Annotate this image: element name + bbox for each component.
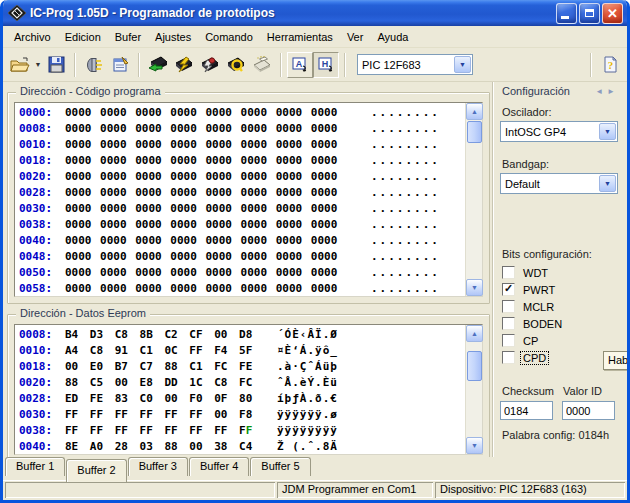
device-options-button[interactable] bbox=[107, 52, 133, 78]
code-hex-row[interactable]: 0030:0000 0000 0000 0000 0000 0000 0000 … bbox=[19, 201, 465, 217]
hex-window-icon: H bbox=[317, 56, 335, 73]
code-hex-row[interactable]: 0018:0000 0000 0000 0000 0000 0000 0000 … bbox=[19, 153, 465, 169]
checkbox-boden[interactable] bbox=[502, 317, 515, 330]
hardware-plug-icon bbox=[85, 57, 104, 73]
checkbox-cpd[interactable] bbox=[502, 351, 515, 364]
scroll-down-icon[interactable]: ▼ bbox=[466, 279, 483, 296]
window-title: IC-Prog 1.05D - Programador de prototipo… bbox=[30, 6, 556, 20]
hex-bytes: 88 C5 00 E8 DD 1C C8 FC bbox=[65, 375, 261, 391]
save-floppy-icon bbox=[48, 56, 65, 73]
ascii-view-toggle-button[interactable]: A bbox=[287, 52, 313, 78]
chevron-down-icon[interactable]: ▼ bbox=[454, 56, 471, 73]
tab-buffer-2[interactable]: Buffer 2 bbox=[66, 459, 126, 482]
eeprom-scrollbar-thumb[interactable] bbox=[467, 351, 482, 381]
menu-ver[interactable]: Ver bbox=[340, 28, 371, 46]
blank-check-button[interactable] bbox=[249, 52, 275, 78]
eeprom-hex-editor[interactable]: 0008:B4 D3 C8 8B C2 CF 00 D8´ÓÈ‹ÂÏ.Ø0010… bbox=[15, 325, 465, 454]
oscillator-select[interactable]: IntOSC GP4 ▼ bbox=[500, 121, 618, 142]
code-hex-row[interactable]: 0038:0000 0000 0000 0000 0000 0000 0000 … bbox=[19, 217, 465, 233]
menu-comando[interactable]: Comando bbox=[198, 28, 260, 46]
checksum-field[interactable] bbox=[500, 401, 553, 420]
menu-ajustes[interactable]: Ajustes bbox=[148, 28, 198, 46]
config-bit-boden[interactable]: BODEN bbox=[502, 315, 564, 332]
menu-bufer[interactable]: Bufer bbox=[108, 28, 148, 46]
eeprom-hex-row[interactable]: 0028:ED FE 83 C0 00 F0 0F 80íþƒÀ.ð.€ bbox=[19, 391, 465, 407]
minimize-button[interactable] bbox=[556, 3, 577, 24]
code-hex-row[interactable]: 0008:0000 0000 0000 0000 0000 0000 0000 … bbox=[19, 121, 465, 137]
app-logo-icon bbox=[8, 5, 26, 21]
scroll-up-icon[interactable]: ▲ bbox=[466, 325, 483, 342]
id-value-field[interactable] bbox=[562, 401, 615, 420]
eeprom-hex-row[interactable]: 0030:FF FF FF FF FF FF 00 F8ÿÿÿÿÿÿ.ø bbox=[19, 407, 465, 423]
code-hex-row[interactable]: 0020:0000 0000 0000 0000 0000 0000 0000 … bbox=[19, 169, 465, 185]
scroll-up-icon[interactable]: ▲ bbox=[466, 103, 483, 120]
program-all-button[interactable] bbox=[171, 52, 197, 78]
device-selector[interactable]: PIC 12F683 ▼ bbox=[357, 54, 473, 75]
config-page-arrows[interactable]: ◄► bbox=[595, 87, 619, 96]
menu-edicion[interactable]: Edicion bbox=[58, 28, 108, 46]
help-button[interactable]: ? bbox=[597, 52, 623, 78]
checkbox-cp[interactable] bbox=[502, 334, 515, 347]
program-chip-icon bbox=[173, 56, 195, 73]
code-hex-row[interactable]: 0040:0000 0000 0000 0000 0000 0000 0000 … bbox=[19, 233, 465, 249]
erase-all-button[interactable] bbox=[197, 52, 223, 78]
eeprom-hex-row[interactable]: 0038:FF FF FF FF FF FF FF FFÿÿÿÿÿÿÿÿ bbox=[19, 423, 465, 439]
config-bit-cp[interactable]: CP bbox=[502, 332, 564, 349]
hex-address: 0020: bbox=[19, 375, 65, 391]
code-hex-row[interactable]: 0010:0000 0000 0000 0000 0000 0000 0000 … bbox=[19, 137, 465, 153]
config-bit-wdt[interactable]: WDT bbox=[502, 264, 564, 281]
tab-buffer-5[interactable]: Buffer 5 bbox=[250, 457, 310, 476]
checkbox-label: MCLR bbox=[521, 301, 556, 313]
code-hex-row[interactable]: 0028:0000 0000 0000 0000 0000 0000 0000 … bbox=[19, 185, 465, 201]
checkbox-mclr[interactable] bbox=[502, 300, 515, 313]
hex-ascii: ÿÿÿÿÿÿÿÿ bbox=[277, 423, 338, 439]
code-hex-row[interactable]: 0058:0000 0000 0000 0000 0000 0000 0000 … bbox=[19, 281, 465, 296]
menu-archivo[interactable]: Archivo bbox=[7, 28, 58, 46]
hex-words: 0000 0000 0000 0000 0000 0000 0000 0000 bbox=[65, 185, 337, 201]
read-all-button[interactable] bbox=[145, 52, 171, 78]
hex-ascii: ........ bbox=[371, 201, 440, 217]
code-scrollbar-thumb[interactable] bbox=[467, 121, 482, 143]
status-panel-empty bbox=[5, 482, 275, 498]
hex-bytes: ED FE 83 C0 00 F0 0F 80 bbox=[65, 391, 261, 407]
eeprom-hex-row[interactable]: 0040:8E A0 28 03 88 00 38 C4Ž (.ˆ.8Ä bbox=[19, 439, 465, 454]
hex-words: 0000 0000 0000 0000 0000 0000 0000 0000 bbox=[65, 249, 337, 265]
config-bit-mclr[interactable]: MCLR bbox=[502, 298, 564, 315]
menu-ayuda[interactable]: Ayuda bbox=[370, 28, 415, 46]
close-button[interactable]: ✕ bbox=[602, 3, 623, 24]
code-hex-row[interactable]: 0050:0000 0000 0000 0000 0000 0000 0000 … bbox=[19, 265, 465, 281]
chevron-down-icon[interactable]: ▼ bbox=[599, 123, 616, 140]
tab-buffer-4[interactable]: Buffer 4 bbox=[189, 457, 249, 476]
tab-buffer-3[interactable]: Buffer 3 bbox=[128, 457, 188, 476]
checkbox-wdt[interactable] bbox=[502, 266, 515, 279]
code-hex-row[interactable]: 0048:0000 0000 0000 0000 0000 0000 0000 … bbox=[19, 249, 465, 265]
chevron-down-icon[interactable]: ▼ bbox=[599, 175, 616, 192]
edit-cursor-nibble: F bbox=[246, 424, 253, 437]
hex-words: 0000 0000 0000 0000 0000 0000 0000 0000 bbox=[65, 105, 337, 121]
maximize-button[interactable] bbox=[579, 3, 600, 24]
hex-bytes: 00 E0 B7 C7 88 C1 FC FE bbox=[65, 359, 261, 375]
eeprom-hex-row[interactable]: 0018:00 E0 B7 C7 88 C1 FC FE.à·ÇˆÁüþ bbox=[19, 359, 465, 375]
verify-button[interactable] bbox=[223, 52, 249, 78]
open-file-button[interactable] bbox=[7, 52, 33, 78]
code-scrollbar[interactable]: ▲ ▼ bbox=[465, 103, 482, 296]
scroll-down-icon[interactable]: ▼ bbox=[466, 437, 483, 454]
config-bit-cpd[interactable]: CPD bbox=[502, 349, 564, 366]
tab-buffer-1[interactable]: Buffer 1 bbox=[5, 457, 65, 476]
status-programmer: JDM Programmer en Com1 bbox=[277, 482, 433, 498]
bandgap-select[interactable]: Default ▼ bbox=[500, 173, 618, 194]
eeprom-hex-row[interactable]: 0020:88 C5 00 E8 DD 1C C8 FCˆÅ.èÝ.Èü bbox=[19, 375, 465, 391]
titlebar[interactable]: IC-Prog 1.05D - Programador de prototipo… bbox=[3, 0, 627, 26]
code-hex-row[interactable]: 0000:0000 0000 0000 0000 0000 0000 0000 … bbox=[19, 105, 465, 121]
checkbox-pwrt[interactable] bbox=[502, 283, 515, 296]
hardware-settings-button[interactable] bbox=[81, 52, 107, 78]
open-dropdown-caret[interactable]: ▼ bbox=[33, 52, 43, 78]
save-file-button[interactable] bbox=[43, 52, 69, 78]
eeprom-hex-row[interactable]: 0008:B4 D3 C8 8B C2 CF 00 D8´ÓÈ‹ÂÏ.Ø bbox=[19, 327, 465, 343]
config-bit-pwrt[interactable]: PWRT bbox=[502, 281, 564, 298]
hex-view-toggle-button[interactable]: H bbox=[313, 52, 339, 78]
eeprom-hex-row[interactable]: 0010:A4 C8 91 C1 0C FF F4 5F¤È‘Á.ÿô_ bbox=[19, 343, 465, 359]
eeprom-scrollbar[interactable]: ▲ ▼ bbox=[465, 325, 482, 454]
code-hex-editor[interactable]: 0000:0000 0000 0000 0000 0000 0000 0000 … bbox=[15, 103, 465, 296]
menu-herramientas[interactable]: Herramientas bbox=[260, 28, 340, 46]
